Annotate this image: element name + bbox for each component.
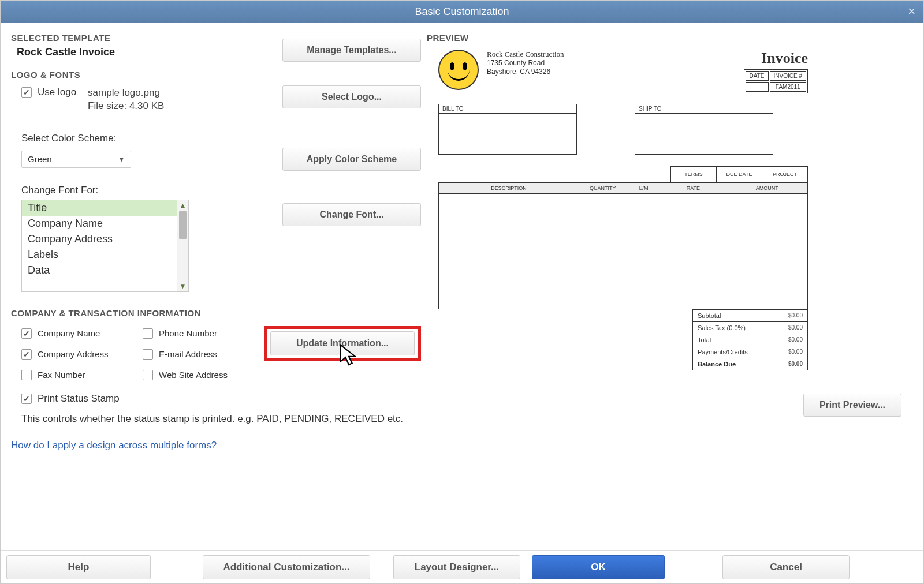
preview-totals: Subtotal$0.00 Sales Tax (0.0%)$0.00 Tota… — [692, 309, 808, 370]
check-phone-number[interactable]: Phone Number — [143, 328, 264, 339]
checkbox[interactable] — [143, 370, 153, 380]
terms-header: TERMS — [670, 166, 717, 182]
logo-filesize: File size: 4.30 KB — [88, 100, 164, 113]
check-company-address[interactable]: Company Address — [21, 349, 143, 360]
bill-to-box: BILL TO — [438, 104, 577, 155]
use-logo-label: Use logo — [38, 87, 76, 98]
checkbox[interactable] — [21, 328, 32, 339]
check-print-status-stamp[interactable]: Print Status Stamp — [21, 393, 421, 405]
preview-heading: PREVIEW — [427, 33, 913, 43]
layout-designer-button[interactable]: Layout Designer... — [393, 555, 520, 579]
company-info-heading: COMPANY & TRANSACTION INFORMATION — [11, 308, 421, 318]
check-website-address[interactable]: Web Site Address — [143, 370, 264, 380]
check-email-address[interactable]: E-mail Address — [143, 349, 264, 360]
invoice-preview: Rock Castle Construction 1735 County Roa… — [438, 50, 808, 370]
use-logo-checkbox[interactable] — [21, 87, 32, 98]
content: SELECTED TEMPLATE Rock Castle Invoice Ma… — [1, 23, 923, 550]
selected-template-heading: SELECTED TEMPLATE — [11, 33, 282, 43]
preview-doc-title: Invoice — [744, 50, 808, 67]
checkbox[interactable] — [21, 370, 32, 380]
scroll-thumb[interactable] — [179, 211, 187, 239]
titlebar: Basic Customization × — [1, 1, 923, 23]
bottom-bar: Help Additional Customization... Layout … — [1, 550, 923, 583]
window-title: Basic Customization — [415, 6, 509, 18]
update-info-highlight: Update Information... — [264, 326, 421, 361]
font-item-data[interactable]: Data — [22, 263, 188, 278]
font-item-labels[interactable]: Labels — [22, 247, 188, 263]
change-font-button[interactable]: Change Font... — [282, 203, 421, 226]
left-panel: SELECTED TEMPLATE Rock Castle Invoice Ma… — [11, 28, 421, 550]
ok-button[interactable]: OK — [532, 555, 665, 579]
chevron-down-icon: ▼ — [118, 156, 125, 163]
check-fax-number[interactable]: Fax Number — [21, 370, 143, 380]
font-listbox[interactable]: Title Company Name Company Address Label… — [21, 200, 189, 292]
preview-company-name: Rock Castle Construction — [487, 50, 564, 59]
color-scheme-label: Select Color Scheme: — [21, 133, 421, 144]
help-button[interactable]: Help — [6, 555, 151, 579]
additional-customization-button[interactable]: Additional Customization... — [203, 555, 370, 579]
font-list-scrollbar[interactable]: ▲ ▼ — [177, 200, 188, 291]
company-info-block: Rock Castle Construction 1735 County Roa… — [487, 50, 564, 76]
logo-fonts-heading: LOGO & FONTS — [11, 70, 421, 80]
print-preview-button[interactable]: Print Preview... — [803, 394, 901, 417]
window: Basic Customization × SELECTED TEMPLATE … — [0, 0, 924, 584]
scroll-up-icon[interactable]: ▲ — [177, 200, 188, 211]
font-item-title[interactable]: Title — [22, 200, 188, 216]
color-scheme-value: Green — [28, 154, 52, 164]
terms-row: TERMS DUE DATE PROJECT — [438, 166, 808, 182]
company-info-grid: Company Name Phone Number Company Addres… — [21, 328, 264, 380]
color-scheme-select[interactable]: Green ▼ — [21, 151, 131, 168]
right-panel: PREVIEW Rock Castle Construction 1735 Co… — [427, 28, 913, 550]
checkbox[interactable] — [143, 328, 153, 339]
template-name: Rock Castle Invoice — [17, 46, 282, 58]
scroll-down-icon[interactable]: ▼ — [177, 281, 188, 291]
logo-file-info: sample logo.png File size: 4.30 KB — [88, 87, 164, 113]
preview-address-1: 1735 County Road — [487, 59, 564, 68]
project-header: PROJECT — [762, 166, 808, 182]
checkbox[interactable] — [21, 394, 32, 404]
select-logo-button[interactable]: Select Logo... — [282, 85, 421, 108]
cancel-button[interactable]: Cancel — [722, 555, 850, 579]
duedate-header: DUE DATE — [716, 166, 762, 182]
checkbox[interactable] — [21, 349, 32, 360]
preview-address-2: Bayshore, CA 94326 — [487, 68, 564, 76]
font-item-company-name[interactable]: Company Name — [22, 216, 188, 231]
apply-color-scheme-button[interactable]: Apply Color Scheme — [282, 148, 421, 171]
print-stamp-help-text: This controls whether the status stamp i… — [21, 413, 421, 426]
check-company-name[interactable]: Company Name — [21, 328, 143, 339]
logo-filename: sample logo.png — [88, 87, 164, 100]
change-font-label: Change Font For: — [21, 185, 421, 196]
ship-to-box: SHIP TO — [635, 104, 773, 155]
font-item-company-address[interactable]: Company Address — [22, 231, 188, 247]
checkbox[interactable] — [143, 349, 153, 360]
design-across-forms-link[interactable]: How do I apply a design across multiple … — [11, 440, 421, 451]
close-icon[interactable]: × — [908, 4, 915, 19]
preview-date-invoice-box: DATEINVOICE # FAM2011 — [744, 69, 808, 93]
update-information-button[interactable]: Update Information... — [270, 331, 415, 355]
logo-image — [438, 50, 479, 90]
preview-items-table: DESCRIPTION QUANTITY U/M RATE AMOUNT — [438, 182, 808, 309]
manage-templates-button[interactable]: Manage Templates... — [282, 39, 421, 62]
